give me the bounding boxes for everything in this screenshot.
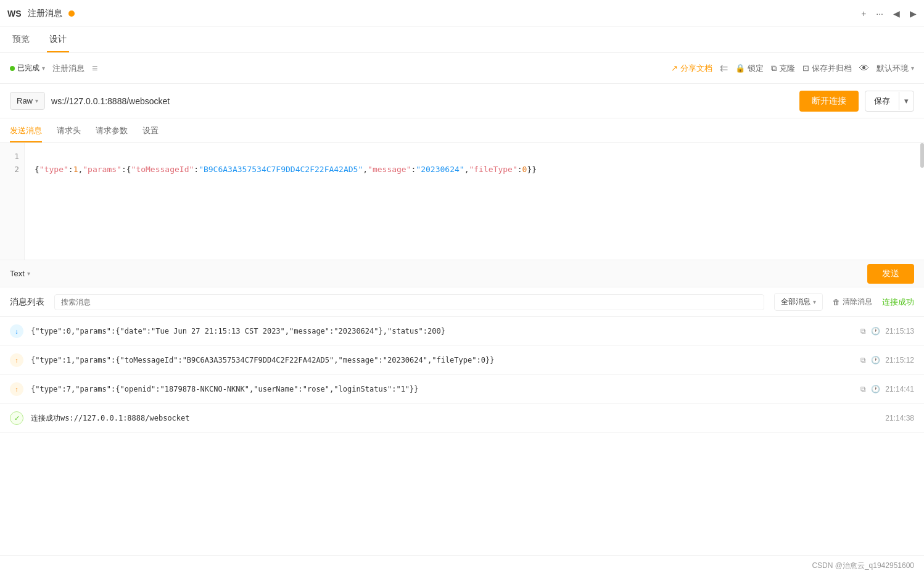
message-item: ✓ 连接成功ws://127.0.0.1:8888/websocket 21:1… bbox=[0, 404, 924, 433]
clear-messages-button[interactable]: 🗑 清除消息 bbox=[833, 297, 872, 307]
lock-label: 锁定 bbox=[748, 63, 764, 74]
message-time: 21:15:13 bbox=[885, 327, 914, 335]
message-filter-select[interactable]: 全部消息 ▾ bbox=[774, 293, 823, 311]
request-title: 注册消息 bbox=[28, 8, 62, 19]
text-format-select[interactable]: Text ▾ bbox=[10, 269, 30, 278]
status-dot bbox=[68, 10, 75, 17]
clone-button[interactable]: ⧉ 克隆 bbox=[771, 63, 795, 74]
send-button[interactable]: 发送 bbox=[867, 264, 914, 284]
code-line-2: {"type":1,"params":{"toMessageId":"B9C6A… bbox=[35, 163, 914, 176]
save-group: 保存 ▾ bbox=[865, 91, 914, 112]
footer: CSDN @治愈云_q1942951600 bbox=[0, 555, 924, 576]
status-indicator bbox=[10, 66, 15, 71]
message-item: ↓ {"type":0,"params":{"date":"Tue Jun 27… bbox=[0, 317, 924, 346]
save-dropdown-button[interactable]: ▾ bbox=[899, 92, 914, 110]
message-text: 连接成功ws://127.0.0.1:8888/websocket bbox=[31, 413, 878, 424]
lock-icon: 🔒 bbox=[735, 64, 745, 73]
toolbar-name: 注册消息 bbox=[52, 63, 85, 74]
url-bar: Raw ▾ 断开连接 保存 ▾ bbox=[0, 84, 924, 118]
copy-icon[interactable]: ⧉ bbox=[860, 356, 866, 364]
time-icon: 🕐 bbox=[871, 327, 880, 335]
env-label: 默认环境 bbox=[877, 63, 909, 74]
message-text: {"type":7,"params":{"openid":"1879878-NK… bbox=[31, 385, 853, 393]
code-content[interactable]: {"type":1,"params":{"toMessageId":"B9C6A… bbox=[25, 143, 924, 260]
copy-icon[interactable]: ⧉ bbox=[860, 327, 866, 335]
send-icon: ↑ bbox=[10, 353, 23, 367]
message-text: {"type":1,"params":{"toMessageId":"B9C6A… bbox=[31, 356, 853, 364]
clone-icon: ⧉ bbox=[771, 64, 777, 73]
footer-credit: CSDN @治愈云_q1942951600 bbox=[812, 561, 914, 570]
tab-settings[interactable]: 设置 bbox=[142, 120, 159, 142]
trash-icon: 🗑 bbox=[833, 298, 840, 307]
method-label: Raw bbox=[17, 96, 33, 105]
tab-design[interactable]: 设计 bbox=[47, 28, 69, 52]
status-label: 已完成 bbox=[17, 63, 39, 73]
method-chevron: ▾ bbox=[35, 97, 38, 104]
line-number-2: 2 bbox=[5, 163, 19, 176]
code-editor[interactable]: 1 2 {"type":1,"params":{"toMessageId":"B… bbox=[0, 143, 924, 260]
bottom-bar: Text ▾ 发送 bbox=[0, 260, 924, 287]
add-button[interactable]: + bbox=[861, 9, 866, 19]
save-archive-label: 保存并归档 bbox=[812, 63, 852, 74]
message-time: 21:14:41 bbox=[885, 385, 914, 393]
env-chevron: ▾ bbox=[911, 65, 914, 72]
message-time: 21:14:38 bbox=[885, 414, 914, 422]
ws-label: WS bbox=[7, 9, 22, 19]
tab-preview[interactable]: 预览 bbox=[10, 28, 32, 52]
message-actions: ⧉ 🕐 21:15:13 bbox=[860, 327, 914, 335]
message-actions: 21:14:38 bbox=[885, 414, 914, 422]
message-actions: ⧉ 🕐 21:14:41 bbox=[860, 385, 914, 393]
connection-status: 连接成功 bbox=[882, 297, 914, 308]
line-number-1: 1 bbox=[5, 150, 19, 163]
message-list-title: 消息列表 bbox=[10, 297, 44, 308]
message-item: ↑ {"type":7,"params":{"openid":"1879878-… bbox=[0, 375, 924, 404]
code-line-1 bbox=[35, 150, 914, 163]
share-icon: ↗ bbox=[671, 64, 678, 73]
env-select[interactable]: 默认环境 ▾ bbox=[877, 63, 914, 74]
time-icon: 🕐 bbox=[871, 385, 880, 393]
clone-label: 克隆 bbox=[779, 63, 795, 74]
tab-send-message[interactable]: 发送消息 bbox=[10, 120, 42, 142]
top-bar-actions: + ··· ◀ ▶ bbox=[861, 9, 917, 19]
method-select[interactable]: Raw ▾ bbox=[10, 92, 45, 110]
line-numbers: 1 2 bbox=[0, 143, 25, 260]
receive-icon: ↓ bbox=[10, 324, 23, 338]
scrollbar[interactable] bbox=[920, 143, 924, 168]
eye-icon[interactable]: 👁 bbox=[859, 63, 869, 74]
url-input[interactable] bbox=[51, 93, 793, 110]
collapse-icon[interactable]: ⇇ bbox=[720, 62, 728, 74]
message-actions: ⧉ 🕐 21:15:12 bbox=[860, 356, 914, 364]
toolbar-actions: ⇇ 🔒 锁定 ⧉ 克隆 ⊡ 保存并归档 👁 默认环境 ▾ bbox=[720, 62, 914, 74]
message-search-input[interactable] bbox=[54, 294, 764, 310]
more-button[interactable]: ··· bbox=[876, 9, 883, 19]
sub-tabs: 发送消息 请求头 请求参数 设置 bbox=[0, 118, 924, 143]
save-archive-button[interactable]: ⊡ 保存并归档 bbox=[802, 63, 852, 74]
top-bar-left: WS 注册消息 bbox=[7, 8, 75, 19]
message-text: {"type":0,"params":{"date":"Tue Jun 27 2… bbox=[31, 327, 853, 335]
success-icon: ✓ bbox=[10, 411, 23, 425]
share-doc-button[interactable]: ↗ 分享文档 bbox=[671, 63, 712, 74]
status-chevron[interactable]: ▾ bbox=[42, 65, 45, 72]
time-icon: 🕐 bbox=[871, 356, 880, 364]
lock-button[interactable]: 🔒 锁定 bbox=[735, 63, 764, 74]
status-badge: 已完成 ▾ bbox=[10, 63, 45, 73]
edit-icon[interactable]: ≡ bbox=[92, 63, 97, 74]
next-button[interactable]: ▶ bbox=[910, 9, 917, 19]
connect-button[interactable]: 断开连接 bbox=[799, 91, 859, 112]
prev-button[interactable]: ◀ bbox=[893, 9, 900, 19]
save-button[interactable]: 保存 bbox=[865, 91, 899, 111]
message-items: ↓ {"type":0,"params":{"date":"Tue Jun 27… bbox=[0, 317, 924, 433]
copy-icon[interactable]: ⧉ bbox=[860, 385, 866, 393]
send-icon: ↑ bbox=[10, 382, 23, 396]
tab-request-headers[interactable]: 请求头 bbox=[57, 120, 81, 142]
tab-request-params[interactable]: 请求参数 bbox=[96, 120, 128, 142]
clear-label: 清除消息 bbox=[843, 297, 872, 307]
message-time: 21:15:12 bbox=[885, 356, 914, 364]
filter-chevron: ▾ bbox=[813, 298, 816, 305]
message-list-header: 消息列表 全部消息 ▾ 🗑 清除消息 连接成功 bbox=[0, 287, 924, 317]
save-archive-icon: ⊡ bbox=[802, 64, 809, 73]
message-item: ↑ {"type":1,"params":{"toMessageId":"B9C… bbox=[0, 346, 924, 375]
share-label: 分享文档 bbox=[680, 63, 712, 74]
tab-bar: 预览 设计 bbox=[0, 27, 924, 53]
filter-label: 全部消息 bbox=[781, 297, 811, 307]
